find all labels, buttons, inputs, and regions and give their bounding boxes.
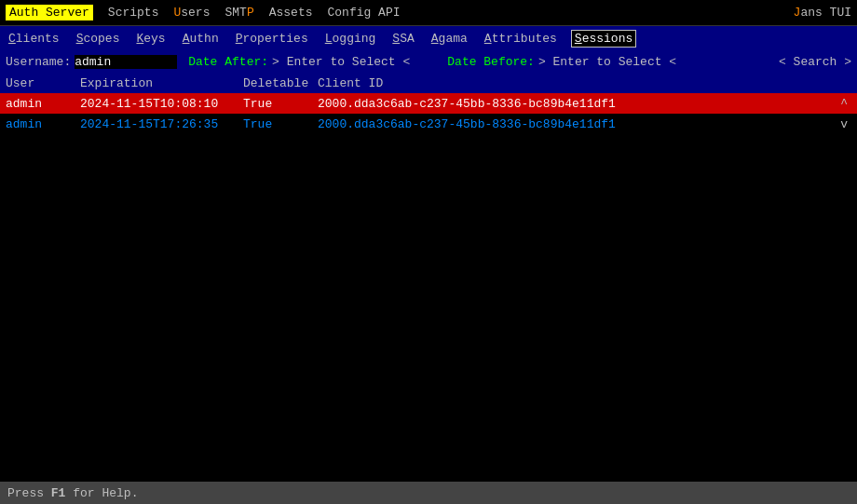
tab-ssa[interactable]: SSA [389, 31, 416, 47]
nav-assets[interactable]: Assets [269, 6, 313, 20]
status-bar: Press F1 for Help. [0, 482, 857, 504]
search-row: Username: Date After: > Enter to Select … [0, 50, 857, 73]
scroll-up-icon: ^ [837, 97, 851, 111]
table-row[interactable]: admin 2024-11-15T17:26:35 True 2000.dda3… [0, 114, 857, 134]
nav-scripts[interactable]: Scripts [108, 6, 159, 20]
username-label: Username: [6, 55, 71, 69]
col-header-clientid: Client ID [318, 76, 851, 90]
tab-attributes[interactable]: Attributes [482, 31, 560, 47]
scroll-down-icon: v [837, 117, 851, 131]
date-before-hint[interactable]: > Enter to Select < [538, 55, 676, 69]
top-nav: Auth Server Scripts Users SMTP Assets Co… [0, 0, 857, 26]
username-input[interactable] [75, 55, 177, 69]
date-after-hint[interactable]: > Enter to Select < [272, 55, 410, 69]
row-clientid: 2000.dda3c6ab-c237-45bb-8336-bc89b4e11df… [318, 97, 837, 111]
col-header-deletable: Deletable [243, 76, 318, 90]
nav-users[interactable]: Users [173, 6, 210, 20]
tab-scopes[interactable]: Scopes [74, 31, 123, 47]
tab-logging[interactable]: Logging [322, 31, 379, 47]
column-headers: User Expiration Deletable Client ID [0, 73, 857, 93]
nav-auth-server[interactable]: Auth Server [6, 5, 93, 20]
tab-sessions[interactable]: Sessions [571, 30, 636, 48]
tab-properties[interactable]: Properties [233, 31, 311, 47]
col-header-expiration: Expiration [80, 76, 243, 90]
table-row[interactable]: admin 2024-11-15T10:08:10 True 2000.dda3… [0, 93, 857, 114]
empty-area [0, 288, 857, 483]
row-deletable: True [243, 117, 318, 131]
col-header-user: User [6, 76, 80, 90]
search-label: < Search > [779, 55, 851, 69]
tabs-row: Clients Scopes Keys Authn Properties Log… [0, 26, 857, 50]
search-button[interactable]: < Search > [779, 55, 851, 69]
date-before-label: Date Before: [447, 55, 535, 69]
status-text: Press F1 for Help. [7, 486, 138, 500]
table-body: admin 2024-11-15T10:08:10 True 2000.dda3… [0, 93, 857, 288]
tab-authn[interactable]: Authn [180, 31, 222, 47]
row-user: admin [6, 97, 80, 111]
tab-clients[interactable]: Clients [6, 31, 62, 47]
tab-keys[interactable]: Keys [133, 31, 168, 47]
main-content: Clients Scopes Keys Authn Properties Log… [0, 26, 857, 482]
nav-config-api[interactable]: Config API [328, 6, 401, 20]
row-expiration: 2024-11-15T17:26:35 [80, 117, 243, 131]
row-clientid: 2000.dda3c6ab-c237-45bb-8336-bc89b4e11df… [318, 117, 837, 131]
date-after-label: Date After: [188, 55, 268, 69]
row-deletable: True [243, 97, 318, 111]
nav-smtp[interactable]: SMTP [224, 6, 253, 20]
nav-jans-tui: Jans TUI [794, 6, 851, 20]
tab-agama[interactable]: Agama [428, 31, 470, 47]
row-user: admin [6, 117, 80, 131]
row-expiration: 2024-11-15T10:08:10 [80, 97, 243, 111]
